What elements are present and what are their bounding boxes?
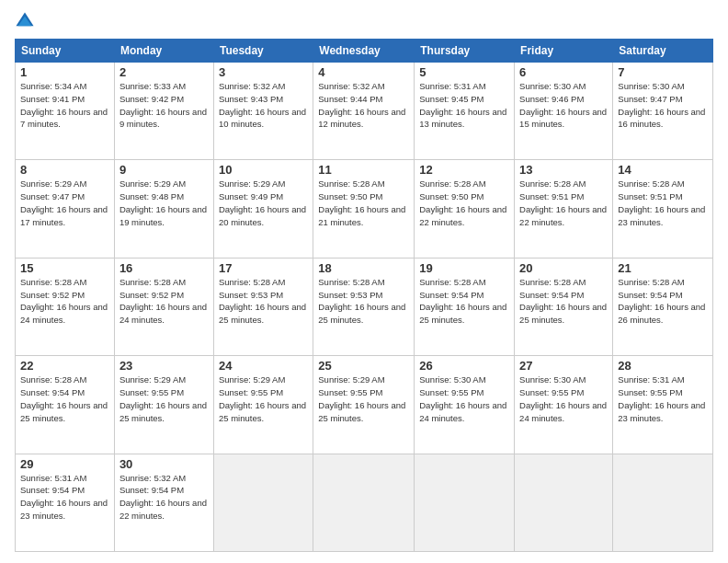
calendar-week-row: 15 Sunrise: 5:28 AMSunset: 9:52 PMDaylig…	[16, 258, 713, 355]
header-cell: Saturday	[613, 40, 713, 63]
day-number: 5	[419, 65, 509, 79]
day-info: Sunrise: 5:30 AMSunset: 9:55 PMDaylight:…	[419, 374, 506, 422]
day-info: Sunrise: 5:30 AMSunset: 9:55 PMDaylight:…	[519, 374, 607, 422]
calendar-cell	[313, 454, 415, 551]
day-number: 17	[219, 261, 308, 275]
page: SundayMondayTuesdayWednesdayThursdayFrid…	[0, 0, 728, 563]
day-info: Sunrise: 5:28 AMSunset: 9:54 PMDaylight:…	[618, 277, 705, 325]
calendar-cell: 26 Sunrise: 5:30 AMSunset: 9:55 PMDaylig…	[415, 356, 515, 454]
day-info: Sunrise: 5:28 AMSunset: 9:51 PMDaylight:…	[519, 178, 607, 226]
calendar-cell: 20 Sunrise: 5:28 AMSunset: 9:54 PMDaylig…	[515, 258, 613, 355]
calendar-week-row: 1 Sunrise: 5:34 AMSunset: 9:41 PMDayligh…	[16, 63, 713, 160]
day-number: 25	[318, 359, 409, 373]
day-number: 12	[419, 163, 509, 177]
day-number: 11	[318, 163, 409, 177]
day-number: 10	[219, 163, 308, 177]
logo	[15, 11, 37, 31]
day-number: 21	[618, 261, 708, 275]
day-number: 20	[519, 261, 608, 275]
calendar-cell: 8 Sunrise: 5:29 AMSunset: 9:47 PMDayligh…	[16, 160, 115, 258]
calendar-cell: 29 Sunrise: 5:31 AMSunset: 9:54 PMDaylig…	[16, 454, 115, 551]
day-number: 2	[119, 65, 209, 79]
day-info: Sunrise: 5:28 AMSunset: 9:50 PMDaylight:…	[318, 178, 405, 226]
calendar-cell: 9 Sunrise: 5:29 AMSunset: 9:48 PMDayligh…	[114, 160, 213, 258]
calendar-cell: 10 Sunrise: 5:29 AMSunset: 9:49 PMDaylig…	[213, 160, 313, 258]
calendar-cell: 28 Sunrise: 5:31 AMSunset: 9:55 PMDaylig…	[613, 356, 713, 454]
calendar-cell: 12 Sunrise: 5:28 AMSunset: 9:50 PMDaylig…	[415, 160, 515, 258]
calendar-table: SundayMondayTuesdayWednesdayThursdayFrid…	[15, 39, 713, 552]
day-info: Sunrise: 5:29 AMSunset: 9:47 PMDaylight:…	[20, 178, 108, 226]
day-info: Sunrise: 5:28 AMSunset: 9:53 PMDaylight:…	[219, 277, 306, 325]
calendar-cell: 3 Sunrise: 5:32 AMSunset: 9:43 PMDayligh…	[213, 63, 313, 160]
day-number: 6	[519, 65, 608, 79]
day-info: Sunrise: 5:32 AMSunset: 9:43 PMDaylight:…	[219, 81, 306, 129]
day-number: 28	[618, 359, 708, 373]
calendar-cell	[515, 454, 613, 551]
day-info: Sunrise: 5:33 AMSunset: 9:42 PMDaylight:…	[119, 81, 207, 129]
calendar-cell: 25 Sunrise: 5:29 AMSunset: 9:55 PMDaylig…	[313, 356, 415, 454]
day-info: Sunrise: 5:29 AMSunset: 9:49 PMDaylight:…	[219, 178, 306, 226]
calendar-cell: 23 Sunrise: 5:29 AMSunset: 9:55 PMDaylig…	[114, 356, 213, 454]
calendar-cell: 6 Sunrise: 5:30 AMSunset: 9:46 PMDayligh…	[515, 63, 613, 160]
logo-icon	[15, 11, 35, 31]
calendar-cell: 14 Sunrise: 5:28 AMSunset: 9:51 PMDaylig…	[613, 160, 713, 258]
calendar-cell: 15 Sunrise: 5:28 AMSunset: 9:52 PMDaylig…	[16, 258, 115, 355]
day-info: Sunrise: 5:28 AMSunset: 9:54 PMDaylight:…	[519, 277, 607, 325]
header-cell: Sunday	[16, 40, 115, 63]
calendar-cell	[213, 454, 313, 551]
day-info: Sunrise: 5:28 AMSunset: 9:54 PMDaylight:…	[419, 277, 506, 325]
day-number: 16	[119, 261, 209, 275]
day-info: Sunrise: 5:28 AMSunset: 9:52 PMDaylight:…	[119, 277, 207, 325]
calendar-cell	[613, 454, 713, 551]
header	[15, 11, 713, 31]
day-info: Sunrise: 5:31 AMSunset: 9:54 PMDaylight:…	[20, 473, 108, 521]
day-info: Sunrise: 5:28 AMSunset: 9:52 PMDaylight:…	[20, 277, 108, 325]
day-info: Sunrise: 5:32 AMSunset: 9:54 PMDaylight:…	[119, 473, 207, 521]
calendar-cell: 11 Sunrise: 5:28 AMSunset: 9:50 PMDaylig…	[313, 160, 415, 258]
header-cell: Monday	[114, 40, 213, 63]
calendar-cell: 22 Sunrise: 5:28 AMSunset: 9:54 PMDaylig…	[16, 356, 115, 454]
day-number: 19	[419, 261, 509, 275]
header-row: SundayMondayTuesdayWednesdayThursdayFrid…	[16, 40, 713, 63]
calendar-cell: 21 Sunrise: 5:28 AMSunset: 9:54 PMDaylig…	[613, 258, 713, 355]
day-number: 13	[519, 163, 608, 177]
calendar-cell: 1 Sunrise: 5:34 AMSunset: 9:41 PMDayligh…	[16, 63, 115, 160]
calendar-week-row: 22 Sunrise: 5:28 AMSunset: 9:54 PMDaylig…	[16, 356, 713, 454]
day-number: 18	[318, 261, 409, 275]
calendar-cell	[415, 454, 515, 551]
day-info: Sunrise: 5:29 AMSunset: 9:48 PMDaylight:…	[119, 178, 207, 226]
calendar-cell: 17 Sunrise: 5:28 AMSunset: 9:53 PMDaylig…	[213, 258, 313, 355]
day-number: 9	[119, 163, 209, 177]
day-info: Sunrise: 5:30 AMSunset: 9:46 PMDaylight:…	[519, 81, 607, 129]
day-info: Sunrise: 5:28 AMSunset: 9:51 PMDaylight:…	[618, 178, 705, 226]
calendar-cell: 5 Sunrise: 5:31 AMSunset: 9:45 PMDayligh…	[415, 63, 515, 160]
day-number: 1	[20, 65, 109, 79]
calendar-cell: 16 Sunrise: 5:28 AMSunset: 9:52 PMDaylig…	[114, 258, 213, 355]
calendar-week-row: 29 Sunrise: 5:31 AMSunset: 9:54 PMDaylig…	[16, 454, 713, 551]
header-cell: Tuesday	[213, 40, 313, 63]
day-number: 22	[20, 359, 109, 373]
header-cell: Friday	[515, 40, 613, 63]
day-info: Sunrise: 5:34 AMSunset: 9:41 PMDaylight:…	[20, 81, 108, 129]
day-info: Sunrise: 5:30 AMSunset: 9:47 PMDaylight:…	[618, 81, 705, 129]
day-number: 27	[519, 359, 608, 373]
day-number: 30	[119, 457, 209, 471]
calendar-week-row: 8 Sunrise: 5:29 AMSunset: 9:47 PMDayligh…	[16, 160, 713, 258]
calendar-cell: 19 Sunrise: 5:28 AMSunset: 9:54 PMDaylig…	[415, 258, 515, 355]
header-cell: Wednesday	[313, 40, 415, 63]
day-info: Sunrise: 5:28 AMSunset: 9:50 PMDaylight:…	[419, 178, 506, 226]
day-number: 15	[20, 261, 109, 275]
day-number: 8	[20, 163, 109, 177]
day-info: Sunrise: 5:28 AMSunset: 9:53 PMDaylight:…	[318, 277, 405, 325]
day-info: Sunrise: 5:28 AMSunset: 9:54 PMDaylight:…	[20, 374, 108, 422]
calendar-cell: 4 Sunrise: 5:32 AMSunset: 9:44 PMDayligh…	[313, 63, 415, 160]
day-number: 14	[618, 163, 708, 177]
day-info: Sunrise: 5:29 AMSunset: 9:55 PMDaylight:…	[318, 374, 405, 422]
day-number: 29	[20, 457, 109, 471]
day-info: Sunrise: 5:29 AMSunset: 9:55 PMDaylight:…	[119, 374, 207, 422]
day-number: 7	[618, 65, 708, 79]
day-info: Sunrise: 5:31 AMSunset: 9:45 PMDaylight:…	[419, 81, 506, 129]
calendar-cell: 7 Sunrise: 5:30 AMSunset: 9:47 PMDayligh…	[613, 63, 713, 160]
day-number: 4	[318, 65, 409, 79]
day-number: 3	[219, 65, 308, 79]
